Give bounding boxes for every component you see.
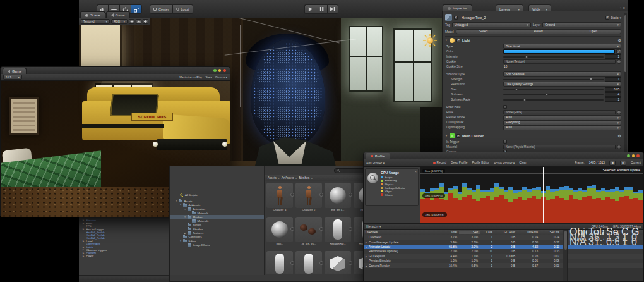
slider-value[interactable]: 1 [605,77,621,82]
slider-knob[interactable] [546,93,548,96]
expand-subassets-knob[interactable] [319,227,323,231]
lighting-toggle[interactable] [129,19,134,24]
type-dropdown[interactable]: Directional▾ [503,44,621,49]
column-header-self-ms[interactable]: Self ms [540,231,561,234]
column-header-calls[interactable]: Calls [480,231,494,234]
softness-fade-slider[interactable] [503,97,604,102]
cookie-size-field[interactable]: 10 [503,65,621,68]
shadow-type-dropdown[interactable]: Soft Shadows▾ [503,71,621,77]
window-close-button[interactable] [223,69,226,72]
component-header-mesh-collider[interactable]: ▼✓Mesh Collider⚙ [445,132,621,139]
profiler-zoom-button[interactable] [627,154,630,157]
expand-arrow-icon[interactable]: ▶ [83,248,85,251]
component-header-light[interactable]: ▼✓Light⚙ [445,36,621,44]
render-mode-dropdown[interactable]: Auto▾ [503,115,621,120]
model-open-button[interactable]: Open [566,29,621,34]
asset-tile-hexagonhalf-[interactable]: HexagonHalf... [325,217,351,248]
slider-knob[interactable] [515,88,518,91]
slider-knob[interactable] [523,98,526,101]
cookie-object-field[interactable]: None (Texture) [503,59,616,64]
draw-halo-checkbox[interactable] [503,105,507,109]
resolution-dropdown[interactable]: Use Quality Settings▾ [503,82,621,87]
expand-arrow-icon[interactable]: ▶ [83,222,85,224]
eyedropper-icon[interactable]: ╱ [616,49,621,54]
tree-item-image-effects[interactable]: Image Effects [170,243,264,247]
profiler-close-button[interactable] [636,154,640,157]
audio-toggle[interactable] [143,19,148,24]
prev-frame-button[interactable]: ◀ [609,161,616,166]
expand-subassets-knob[interactable] [290,261,294,265]
expand-arrow-icon[interactable]: ▶ [83,240,85,242]
object-active-checkbox[interactable]: ✓ [454,16,458,20]
legend-others[interactable]: Others [381,193,416,197]
object-name-field[interactable]: HexagonTwo_2 [460,15,604,20]
render-mode-dropdown[interactable]: Textured▾ [81,19,110,24]
current-frame-button[interactable]: Current [631,161,641,164]
deep-profile-button[interactable]: Deep Profile [451,161,467,164]
fold-arrow-icon[interactable]: ▼ [445,39,448,42]
asset-tile[interactable] [325,251,351,274]
layer-dropdown[interactable]: Ground▾ [542,22,621,27]
expand-subassets-knob[interactable] [319,261,323,265]
stats-button[interactable]: Stats [205,76,212,79]
intensity-slider[interactable] [503,54,604,59]
hierarchy-item-player[interactable]: ▶Player [80,254,168,257]
aspect-dropdown[interactable]: 16:9▾ [3,75,22,80]
culling-mask-dropdown[interactable]: Everything▾ [503,120,621,125]
expand-subassets-knob[interactable] [349,193,352,197]
cpu-usage-module[interactable]: × CPU Usage ScriptsRenderingPhysicsGarba… [365,168,419,206]
component-gear-icon[interactable]: ⚙ [618,133,621,138]
step-button[interactable] [327,4,338,14]
asset-tile-3k-32k-v5-[interactable]: 3k_32K_V5... [295,217,322,248]
tab-profiler[interactable]: Profiler [366,153,390,159]
asset-tile-eye-left-l-[interactable]: eye_left_L... [325,183,351,214]
cpu-usage-chart[interactable]: 8ms (120FPS) 4ms (250FPS) 1ms (1000FPS) … [420,167,643,223]
tag-dropdown[interactable]: Untagged▾ [452,22,531,27]
expand-arrow-icon[interactable]: ▶ [83,246,85,248]
active-profiler-dropdown[interactable]: Active Profiler ▾ [494,161,515,165]
pivot-center-button[interactable]: Center [150,4,173,14]
object-picker-icon[interactable] [617,59,621,64]
profiler-minimize-button[interactable] [632,154,635,157]
column-header-gc-alloc[interactable]: GC Alloc [494,231,517,234]
fold-arrow-icon[interactable]: ▼ [445,134,448,137]
tab-game[interactable]: Game [106,11,130,18]
slider-knob[interactable] [525,55,528,58]
profile-editor-button[interactable]: Profile Editor [472,161,489,164]
expand-arrow-icon[interactable]: ▶ [83,255,85,257]
breadcrumb-item[interactable]: Assets [268,176,277,180]
window-zoom-button[interactable] [213,69,217,72]
column-header-time-ms[interactable]: Time ms [517,231,540,234]
directional-light-gizmo[interactable] [423,34,437,47]
component-enabled-checkbox[interactable]: ✓ [456,39,460,42]
gizmos-dropdown[interactable]: Gizmos ▾ [215,75,227,79]
scale-tool-button[interactable] [131,4,142,14]
asset-tile-hexagonhaf-[interactable]: HexagonHaf... [295,251,322,274]
tree-arrow-icon[interactable]: ▼ [184,208,186,211]
channel-dropdown[interactable]: RGB▾ [111,19,128,24]
slider-value[interactable]: 4 [605,92,621,97]
expand-arrow-icon[interactable]: ▶ [83,228,85,230]
slider-value[interactable]: 1 [605,97,621,102]
model-revert-button[interactable]: Revert [511,29,566,34]
asset-tile-character-4[interactable]: Character_4 [266,183,293,214]
pivot-local-button[interactable]: Local [173,4,193,14]
module-close-icon[interactable]: × [415,169,417,173]
game-window-titlebar[interactable]: Game [1,67,230,74]
breadcrumb-item[interactable]: ArtAssets [282,176,294,180]
tree-arrow-icon[interactable]: ▼ [179,204,182,206]
expand-subassets-knob[interactable] [290,193,294,197]
asset-tile-character-2[interactable]: Character_2 [295,183,322,214]
is-trigger-checkbox[interactable] [503,140,507,144]
clear-button[interactable]: Clear [519,161,526,164]
breadcrumb-item[interactable]: Meshes [299,176,309,180]
profiler-titlebar[interactable]: Profiler [364,152,643,159]
asset-tile-hexagonhalf-[interactable]: HexagonHalf... [266,251,293,274]
window-minimize-button[interactable] [218,69,222,72]
profiler-pane-scrollbar[interactable] [563,230,568,281]
tree-arrow-icon[interactable]: ▼ [184,216,186,218]
column-header-self[interactable]: Self [459,231,480,234]
color-swatch[interactable] [503,49,615,54]
next-frame-button[interactable]: ▶ [620,161,626,166]
slider-value[interactable]: 0.05 [605,87,621,92]
